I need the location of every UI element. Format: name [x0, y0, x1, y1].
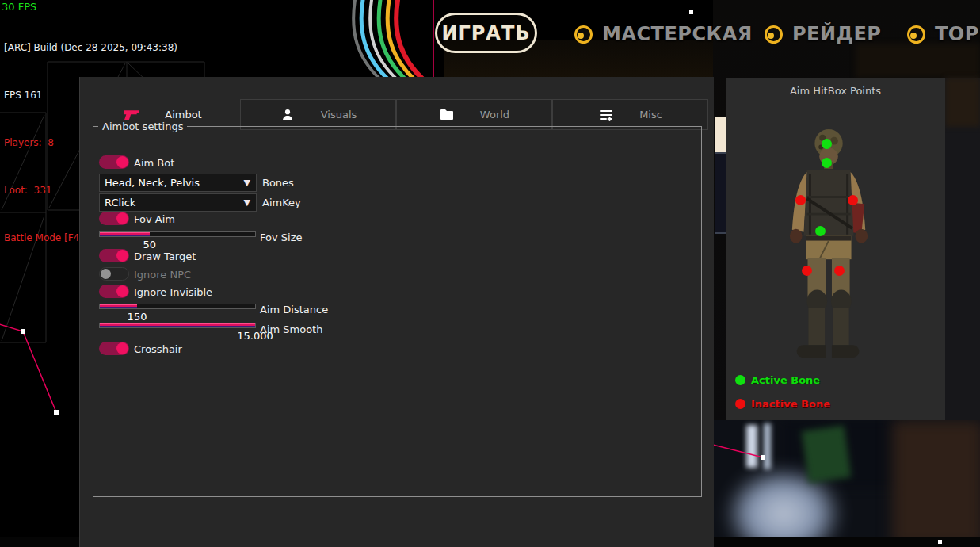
- legend-label: Inactive Bone: [751, 398, 830, 410]
- game-scene-bottom-right: [713, 420, 980, 547]
- draw-target-toggle[interactable]: [99, 249, 129, 262]
- hitbox-panel-title: Aim HitBox Points: [726, 85, 945, 97]
- section-title: Aimbot settings: [98, 120, 187, 132]
- game-background-cream-block: [715, 117, 726, 152]
- aimkey-dropdown[interactable]: RClick ▼: [99, 193, 257, 212]
- fov-aim-toggle-label: Fov Aim: [134, 213, 175, 225]
- build-info: [ARC] Build (Dec 28 2025, 09:43:38): [4, 40, 177, 55]
- legend-active-bone: Active Bone: [735, 374, 820, 386]
- aim-smooth-label: Aim Smooth: [260, 323, 322, 335]
- tab-label: Visuals: [321, 109, 357, 120]
- cheat-menu-panel: Aimbot Visuals World Misc: [79, 77, 714, 547]
- toggle-knob: [116, 212, 128, 224]
- menu-item-workshop[interactable]: МАСТЕРСКАЯ: [574, 19, 753, 49]
- bones-dropdown-value: Head, Neck, Pelvis: [100, 177, 244, 189]
- toggle-knob: [116, 342, 128, 354]
- aimbot-toggle-label: Aim Bot: [134, 157, 174, 169]
- scene-brown-wall: [892, 420, 980, 547]
- fov-size-value: 50: [143, 239, 156, 251]
- bones-label: Bones: [262, 177, 294, 189]
- scene-light-strip: [746, 425, 757, 468]
- menu-item-label: РЕЙДЕР: [792, 23, 881, 45]
- game-screen: 30 FPS [ARC] Build (Dec 28 2025, 09:43:3…: [0, 0, 980, 547]
- hitbox-point-left-arm: [795, 195, 806, 205]
- inactive-bone-dot: [735, 399, 745, 409]
- play-button[interactable]: ИГРАТЬ: [435, 13, 537, 53]
- hitbox-point-right-thigh: [834, 266, 845, 276]
- game-background-sliver-brown: [945, 78, 980, 127]
- game-background-navy-block: [715, 152, 726, 234]
- menu-item-traders[interactable]: ТОРГО: [907, 19, 980, 49]
- hitbox-point-neck: [822, 158, 832, 168]
- hitbox-point-pelvis: [815, 226, 826, 236]
- toggle-knob: [116, 285, 128, 297]
- slider-fill: [100, 323, 255, 327]
- aimbot-settings-group: Aimbot settings Aim Bot Head, Neck, Pelv…: [93, 120, 702, 497]
- ignore-npc-toggle-label: Ignore NPC: [134, 269, 191, 281]
- fov-size-slider[interactable]: 50: [99, 231, 256, 237]
- slider-fill: [100, 232, 150, 236]
- toggle-knob: [101, 269, 111, 279]
- coin-icon: [907, 25, 925, 44]
- active-bone-dot: [735, 375, 745, 385]
- hitbox-point-right-arm: [848, 195, 858, 205]
- slider-fill: [100, 304, 137, 308]
- hitbox-point-head: [822, 139, 832, 149]
- aimkey-dropdown-value: RClick: [100, 197, 244, 208]
- fov-size-label: Fov Size: [260, 231, 302, 243]
- menu-item-label: ТОРГО: [935, 23, 980, 45]
- menu-item-raider[interactable]: РЕЙДЕР: [765, 19, 881, 49]
- toggle-knob: [116, 156, 128, 168]
- aimbot-toggle[interactable]: [99, 155, 129, 169]
- aim-distance-slider[interactable]: 150: [99, 304, 256, 309]
- ignore-invisible-toggle-label: Ignore Invisible: [134, 286, 212, 298]
- tab-label: Aimbot: [165, 109, 201, 120]
- aim-distance-value: 150: [128, 311, 147, 323]
- game-background-sliver: [945, 78, 980, 420]
- hitbox-point-left-thigh: [802, 266, 812, 276]
- coin-icon: [574, 25, 593, 44]
- aim-distance-label: Aim Distance: [260, 304, 328, 316]
- white-dot: [689, 10, 693, 14]
- fov-aim-toggle[interactable]: [99, 212, 129, 225]
- legend-inactive-bone: Inactive Bone: [735, 398, 830, 410]
- aimkey-label: AimKey: [262, 197, 301, 208]
- hitbox-panel: Aim HitBox Points: [726, 78, 945, 420]
- crosshair-toggle[interactable]: [99, 342, 129, 355]
- draw-target-toggle-label: Draw Target: [134, 251, 196, 262]
- chevron-down-icon: ▼: [244, 197, 256, 208]
- aim-smooth-slider[interactable]: 15.000: [99, 323, 256, 328]
- coin-icon: [765, 25, 783, 44]
- toggle-knob: [116, 250, 128, 262]
- crosshair-toggle-label: Crosshair: [134, 343, 182, 355]
- scene-green-sign: [802, 426, 852, 484]
- ignore-invisible-toggle[interactable]: [99, 285, 129, 298]
- menu-item-label: МАСТЕРСКАЯ: [602, 23, 753, 45]
- scene-light-strip: [764, 423, 771, 469]
- legend-label: Active Bone: [751, 374, 820, 386]
- tab-label: World: [480, 109, 509, 120]
- bones-dropdown[interactable]: Head, Neck, Pelvis ▼: [99, 174, 257, 192]
- white-dot: [938, 540, 942, 544]
- chevron-down-icon: ▼: [244, 178, 256, 188]
- tab-label: Misc: [639, 109, 662, 120]
- ignore-npc-toggle[interactable]: [99, 267, 129, 281]
